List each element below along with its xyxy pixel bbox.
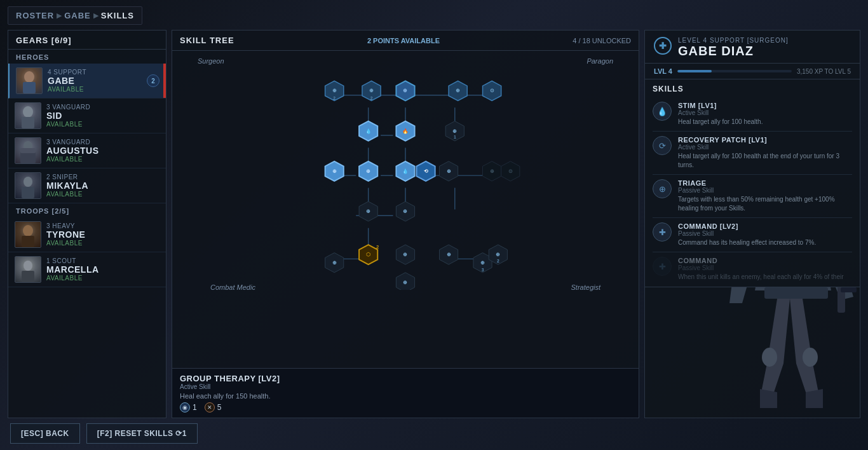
gabe-points-badge: 2 [147, 74, 159, 87]
char-portrait [645, 287, 860, 418]
roster-item-augustus[interactable]: 3 VANGUARD AUGUSTUS AVAILABLE [8, 133, 166, 168]
marcella-name: MARCELLA [46, 264, 159, 275]
svg-rect-10 [22, 236, 34, 247]
tyrone-name: TYRONE [46, 229, 159, 240]
skill-node-bot3[interactable]: ⊕ [439, 245, 458, 264]
triage-icon: ⊕ [653, 179, 672, 198]
char-header: ✚ LEVEL 4 SUPPORT [SURGEON] GABE DIAZ [645, 31, 860, 64]
tree-label-paragon: Paragon [587, 57, 613, 65]
roster-panel: GEARS [6/9] HEROES 4 SUPPORT GABE AVAILA… [8, 30, 166, 418]
svg-text:⊕: ⊕ [366, 168, 370, 174]
recovery-type: Active Skill [678, 144, 852, 151]
svg-rect-8 [22, 187, 34, 198]
svg-point-98 [803, 348, 818, 367]
svg-point-11 [24, 261, 32, 271]
svg-text:⊕: ⊕ [496, 252, 500, 257]
xp-fill [677, 70, 712, 72]
svg-text:⊕: ⊕ [403, 208, 408, 214]
skill-node-r5c1[interactable]: ⬡ 2 [359, 244, 379, 264]
svg-text:2: 2 [497, 259, 499, 263]
roster-item-marcella[interactable]: 1 SCOUT MARCELLA AVAILABLE [8, 252, 166, 287]
skill-node-r2c3[interactable]: ⊕ 1 [445, 121, 464, 141]
skill-tree-header: SKILL TREE 2 POINTS AVAILABLE 4 / 18 UNL… [172, 31, 639, 51]
skill-node-r3c5[interactable]: ⊕ [483, 161, 501, 181]
lvl-badge: LVL 4 [654, 67, 672, 75]
command-icon: ✚ [653, 257, 672, 276]
skill-node-r3c0[interactable]: ⊕ [325, 161, 344, 181]
gears-title: GEARS [6/9] [8, 31, 166, 50]
skill-node-r1c6[interactable]: ⊙ [483, 81, 501, 100]
char-silhouette-svg [695, 287, 860, 418]
tree-label-surgeon: Surgeon [198, 57, 224, 65]
triage-name: TRIAGE [678, 179, 852, 187]
marcella-rank: 1 SCOUT [46, 257, 159, 264]
svg-text:3: 3 [482, 268, 484, 272]
unlocked-count: 4 / 18 UNLOCKED [573, 37, 631, 44]
skill-node-bot1[interactable]: ⊕ [325, 253, 344, 273]
character-panel: ✚ LEVEL 4 SUPPORT [SURGEON] GABE DIAZ LV… [644, 30, 860, 418]
gabe-red-accent [163, 64, 166, 98]
aug-rank: 3 VANGUARD [46, 139, 159, 146]
roster-item-gabe[interactable]: 4 SUPPORT GABE AVAILABLE 2 [8, 64, 166, 99]
skills-scroll: 💧 STIM [LV1] Active Skill Heal target al… [653, 97, 852, 282]
skill-node-r2c2[interactable]: 🔥 [396, 121, 414, 141]
skill-node-r3c2[interactable]: 💧 [396, 161, 414, 181]
breadcrumb-roster[interactable]: ROSTER [16, 11, 54, 20]
char-skill-recovery: ⟳ RECOVERY PATCH [LV1] Active Skill Heal… [653, 132, 852, 175]
skill-tree-panel: SKILL TREE 2 POINTS AVAILABLE 4 / 18 UNL… [172, 30, 639, 418]
svg-text:⊕: ⊕ [403, 252, 408, 257]
cost-skull-item: ✕ 5 [205, 402, 222, 412]
roster-info-tyrone: 3 HEAVY TYRONE AVAILABLE [46, 222, 159, 247]
back-button[interactable]: [ESC] BACK [10, 423, 80, 444]
skill-node-r4c2[interactable]: ⊕ [396, 201, 414, 221]
triage-type: Passive Skill [678, 187, 852, 194]
breadcrumb-gabe[interactable]: GABE [64, 11, 91, 20]
skill-tree-title: SKILL TREE [180, 36, 234, 45]
heroes-label: HEROES [8, 50, 166, 64]
svg-point-2 [23, 106, 33, 118]
svg-rect-96 [764, 287, 828, 299]
cost-skull-value: 5 [217, 403, 222, 412]
skill-node-r3c3[interactable]: ⟲ [417, 161, 435, 181]
sid-rank: 3 VANGUARD [46, 104, 159, 111]
svg-point-7 [24, 177, 32, 187]
skill-node-r3c6[interactable]: ⊙ [501, 161, 520, 181]
command-lv2-name: COMMAND [LV2] [678, 222, 816, 230]
roster-item-sid[interactable]: 3 VANGUARD SID AVAILABLE [8, 99, 166, 133]
xp-bar [677, 70, 792, 72]
reset-skills-button[interactable]: [F2] RESET SKILLS ⟳1 [86, 423, 198, 444]
char-skill-command-lv2: ✚ COMMAND [LV2] Passive Skill Command ha… [653, 218, 852, 252]
skill-node-r3c4[interactable]: ⊕ [439, 161, 458, 181]
svg-point-9 [23, 225, 33, 236]
svg-text:⊕: ⊕ [332, 260, 337, 266]
skill-node-r1c5[interactable]: ⊕ [449, 81, 467, 100]
char-skill-command: ✚ COMMAND Passive Skill When this unit k… [653, 252, 852, 282]
skill-node-r2c1[interactable]: 💧 [359, 121, 377, 141]
avatar-marcella [15, 256, 41, 283]
skill-node-r1c3[interactable]: ⊕ [396, 81, 414, 100]
command-lv2-icon: ✚ [653, 222, 672, 242]
cost-circle-icon: ◉ [180, 402, 190, 412]
skill-node-r1c2[interactable]: ⊕ 2 [362, 81, 381, 100]
skill-node-r4c1[interactable]: ⊕ [359, 201, 377, 221]
svg-text:1: 1 [454, 135, 456, 139]
svg-text:🔥: 🔥 [402, 128, 409, 134]
skill-node-r5c2[interactable]: ⊕ [396, 245, 414, 264]
avatar-mikayla [15, 172, 41, 199]
stim-type: Active Skill [678, 109, 763, 116]
gabe-name: GABE [48, 76, 147, 86]
roster-item-tyrone[interactable]: 3 HEAVY TYRONE AVAILABLE [8, 217, 166, 252]
roster-item-mikayla[interactable]: 2 SNIPER MIKAYLA AVAILABLE [8, 168, 166, 203]
recovery-name: RECOVERY PATCH [LV1] [678, 136, 852, 144]
svg-text:⊕: ⊕ [366, 208, 370, 214]
command-type: Passive Skill [678, 264, 852, 271]
char-support-icon: ✚ [654, 37, 672, 55]
mikayla-status: AVAILABLE [46, 191, 159, 198]
char-skills-panel: SKILLS 💧 STIM [LV1] Active Skill Heal ta… [645, 79, 860, 287]
selected-skill-info: GROUP THERAPY [LV2] Active Skill Heal ea… [172, 368, 639, 418]
skill-node-r3c1[interactable]: ⊕ [359, 161, 377, 181]
command-desc: When this unit kills an enemy, heal each… [678, 273, 852, 282]
aug-status: AVAILABLE [46, 156, 159, 163]
mikayla-rank: 2 SNIPER [46, 174, 159, 181]
skill-node-r1c1[interactable]: ⊕ 2 [325, 81, 344, 100]
